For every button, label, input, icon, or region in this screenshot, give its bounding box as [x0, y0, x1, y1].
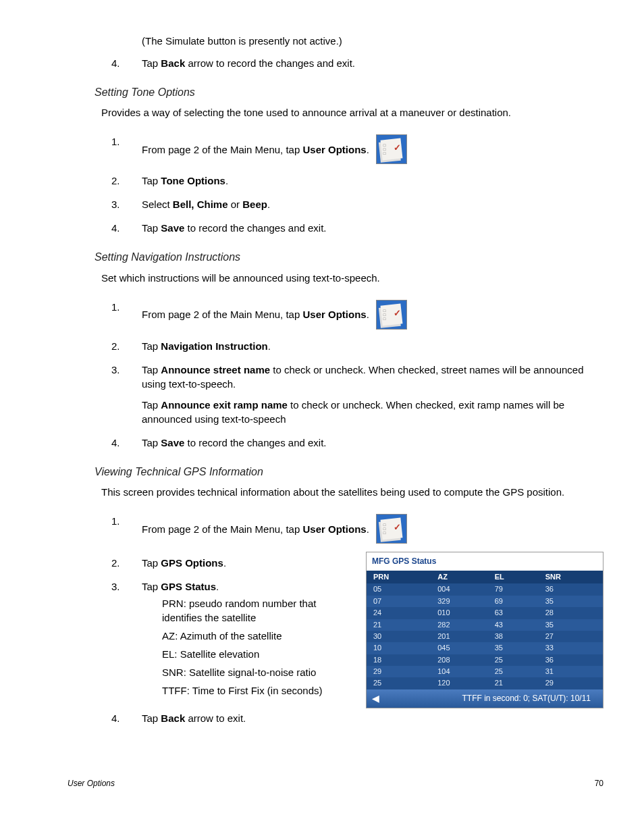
- gps-steps: 1. From page 2 of the Main Menu, tap Use…: [68, 514, 603, 544]
- step-number: 1.: [111, 300, 142, 330]
- nav-steps: 1. From page 2 of the Main Menu, tap Use…: [68, 300, 603, 450]
- step-text: Tap Save to record the changes and exit.: [142, 436, 603, 450]
- heading-nav-instructions: Setting Navigation Instructions: [95, 250, 603, 265]
- gps-status-panel: MFG GPS Status PRN AZ EL SNR 05004793607…: [366, 552, 603, 708]
- step-text: Tap Announce street name to check or unc…: [142, 363, 603, 426]
- step-text: Select Bell, Chime or Beep.: [142, 197, 603, 211]
- user-options-icon: □□□✓: [376, 134, 407, 164]
- def-ttff: TTFF: Time to First Fix (in seconds): [162, 683, 352, 698]
- simulate-note: (The Simulate button is presently not ac…: [142, 34, 603, 48]
- gps-status-footer: ◀ TTFF in second: 0; SAT(U/T): 10/11: [367, 689, 603, 708]
- heading-tone-options: Setting Tone Options: [95, 85, 603, 100]
- step-number: 2.: [111, 174, 142, 188]
- tone-desc: Provides a way of selecting the tone use…: [101, 105, 603, 120]
- gps-status-title: MFG GPS Status: [367, 552, 603, 571]
- user-options-icon: □□□✓: [376, 514, 407, 544]
- step-number: 2.: [111, 556, 142, 570]
- col-snr: SNR: [539, 571, 603, 583]
- def-snr: SNR: Satellite signal-to-noise ratio: [162, 665, 352, 679]
- step-text: Tap Save to record the changes and exit.: [142, 221, 603, 235]
- nav-desc: Set which instructions will be announced…: [101, 271, 603, 285]
- user-options-icon: □□□✓: [376, 300, 407, 330]
- step-number: 2.: [111, 339, 142, 353]
- table-row: 182082536: [367, 654, 603, 666]
- table-row: 291042531: [367, 666, 603, 677]
- step-number: 1.: [111, 134, 142, 164]
- tone-steps: 1. From page 2 of the Main Menu, tap Use…: [68, 134, 603, 235]
- table-row: 251202129: [367, 677, 603, 689]
- table-row: 302013827: [367, 631, 603, 642]
- table-row: 073296935: [367, 596, 603, 607]
- step-number: 4.: [111, 711, 142, 725]
- step-text: From page 2 of the Main Menu, tap User O…: [142, 134, 603, 164]
- def-prn: PRN: pseudo random number that identifie…: [162, 596, 352, 625]
- step-text: Tap GPS Status. PRN: pseudo random numbe…: [142, 579, 352, 702]
- col-el: EL: [488, 571, 539, 583]
- table-row: 050047936: [367, 583, 603, 595]
- table-row: 240106328: [367, 607, 603, 619]
- step-number: 4.: [111, 56, 142, 70]
- step-text: From page 2 of the Main Menu, tap User O…: [142, 514, 603, 544]
- page-footer: User Options 70: [68, 778, 603, 789]
- gps-desc: This screen provides technical informati…: [101, 485, 603, 499]
- step-number: 3.: [111, 579, 142, 702]
- step-text: Tap Navigation Instruction.: [142, 339, 603, 353]
- step-text: Tap Tone Options.: [142, 174, 603, 188]
- col-az: AZ: [431, 571, 487, 583]
- step-number: 3.: [111, 363, 142, 426]
- heading-gps-info: Viewing Technical GPS Information: [95, 465, 603, 479]
- step-text: From page 2 of the Main Menu, tap User O…: [142, 300, 603, 330]
- gps-definitions: PRN: pseudo random number that identifie…: [162, 596, 352, 698]
- step-number: 1.: [111, 514, 142, 544]
- step-number: 4.: [111, 221, 142, 235]
- ttff-status: TTFF in second: 0; SAT(U/T): 10/11: [462, 693, 591, 704]
- step-text: Tap Back arrow to record the changes and…: [142, 56, 603, 70]
- gps-status-table: PRN AZ EL SNR 05004793607329693524010632…: [367, 571, 603, 689]
- step-text: Tap Back arrow to exit.: [142, 711, 603, 725]
- table-row: 212824335: [367, 619, 603, 631]
- step-number: 4.: [111, 436, 142, 450]
- footer-section: User Options: [68, 778, 115, 789]
- footer-page-number: 70: [595, 778, 603, 789]
- top-step-list: 4. Tap Back arrow to record the changes …: [68, 56, 603, 70]
- table-row: 100453533: [367, 642, 603, 654]
- step-number: 3.: [111, 197, 142, 211]
- step-text: Tap GPS Options.: [142, 556, 352, 570]
- col-prn: PRN: [367, 571, 431, 583]
- back-arrow-icon[interactable]: ◀: [372, 692, 379, 706]
- def-az: AZ: Azimuth of the satellite: [162, 629, 352, 643]
- def-el: EL: Satellite elevation: [162, 647, 352, 661]
